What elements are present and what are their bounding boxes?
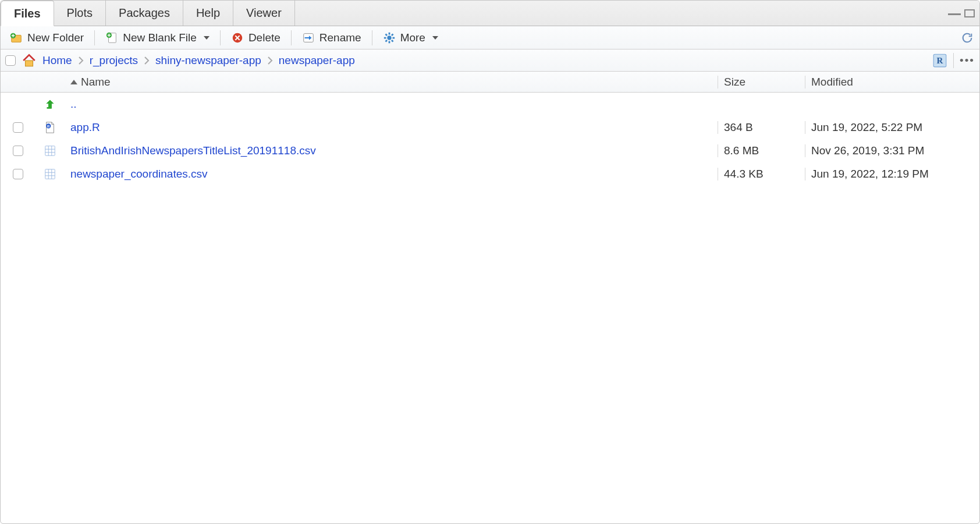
up-arrow-icon	[44, 98, 56, 111]
pane-window-controls	[948, 1, 979, 26]
new-folder-label: New Folder	[27, 31, 84, 44]
file-row: R app.R 364 B Jun 19, 2022, 5:22 PM	[1, 116, 979, 139]
file-list-header: Name Size Modified	[1, 72, 979, 93]
separator	[94, 30, 95, 45]
svg-point-6	[387, 36, 391, 40]
chevron-right-icon	[144, 56, 150, 65]
files-toolbar: New Folder New Blank File Delete	[1, 26, 979, 49]
crumb-r-projects[interactable]: r_projects	[90, 54, 138, 67]
chevron-down-icon	[204, 36, 210, 40]
row-checkbox[interactable]	[13, 146, 23, 156]
file-size: 44.3 KB	[718, 168, 805, 180]
column-size[interactable]: Size	[718, 76, 805, 88]
file-name[interactable]: newspaper_coordinates.csv	[70, 168, 208, 180]
refresh-icon	[961, 31, 974, 44]
r-project-icon[interactable]: R	[932, 53, 947, 68]
crumb-newspaper-app[interactable]: newspaper-app	[279, 54, 355, 67]
svg-text:R: R	[47, 125, 50, 128]
rename-label: Rename	[319, 31, 361, 44]
new-folder-button[interactable]: New Folder	[5, 30, 88, 45]
tab-files[interactable]: Files	[1, 1, 54, 26]
file-name[interactable]: BritishAndIrishNewspapersTitleList_20191…	[70, 144, 316, 157]
file-row: newspaper_coordinates.csv 44.3 KB Jun 19…	[1, 162, 979, 186]
delete-label: Delete	[248, 31, 280, 44]
refresh-button[interactable]	[960, 30, 975, 45]
crumb-shiny-newspaper-app[interactable]: shiny-newspaper-app	[155, 54, 261, 67]
rename-button[interactable]: Rename	[297, 30, 366, 45]
tab-plots[interactable]: Plots	[54, 1, 106, 26]
tab-bar: Files Plots Packages Help Viewer	[1, 1, 979, 26]
file-name[interactable]: app.R	[70, 121, 100, 134]
file-list: .. R app.R 364 B Jun 19, 2022, 5:22 PM	[1, 93, 979, 523]
separator	[372, 30, 372, 45]
file-modified: Nov 26, 2019, 3:31 PM	[805, 144, 979, 157]
delete-icon	[231, 31, 244, 44]
column-name[interactable]: Name	[65, 76, 718, 88]
more-button[interactable]: More	[378, 30, 443, 45]
overflow-menu-icon[interactable]: •••	[960, 54, 975, 67]
svg-text:R: R	[937, 55, 944, 65]
svg-rect-7	[26, 61, 33, 66]
svg-rect-13	[45, 169, 55, 179]
column-name-label: Name	[81, 76, 111, 88]
row-checkbox[interactable]	[13, 122, 23, 133]
sort-ascending-icon	[70, 80, 77, 84]
tab-packages[interactable]: Packages	[106, 1, 183, 26]
file-size: 364 B	[718, 121, 805, 134]
delete-button[interactable]: Delete	[226, 30, 285, 45]
row-checkbox[interactable]	[13, 169, 23, 179]
gear-icon	[383, 31, 396, 44]
chevron-right-icon	[267, 56, 273, 65]
new-folder-icon	[10, 31, 23, 44]
files-pane: Files Plots Packages Help Viewer New Fol…	[0, 0, 980, 524]
csv-file-icon	[44, 168, 56, 180]
chevron-right-icon	[78, 56, 84, 65]
new-blank-file-label: New Blank File	[123, 31, 197, 44]
rename-icon	[302, 31, 315, 44]
file-row: BritishAndIrishNewspapersTitleList_20191…	[1, 139, 979, 162]
svg-rect-12	[45, 146, 55, 156]
more-label: More	[400, 31, 425, 44]
home-icon[interactable]	[22, 53, 37, 68]
parent-dir-label[interactable]: ..	[70, 98, 77, 111]
r-file-icon: R	[44, 121, 56, 134]
breadcrumb: Home r_projects shiny-newspaper-app news…	[1, 49, 979, 72]
file-modified: Jun 19, 2022, 5:22 PM	[805, 121, 979, 134]
tab-viewer[interactable]: Viewer	[233, 1, 295, 26]
minimize-icon[interactable]	[948, 12, 961, 15]
column-modified[interactable]: Modified	[805, 76, 979, 88]
separator	[220, 30, 221, 45]
tab-help[interactable]: Help	[183, 1, 233, 26]
chevron-down-icon	[432, 36, 438, 40]
select-all-checkbox[interactable]	[5, 55, 16, 66]
separator	[291, 30, 292, 45]
file-size: 8.6 MB	[718, 144, 805, 157]
crumb-home[interactable]: Home	[42, 54, 72, 67]
csv-file-icon	[44, 144, 56, 157]
parent-dir-row[interactable]: ..	[1, 93, 979, 116]
column-modified-label: Modified	[811, 76, 853, 88]
new-file-icon	[105, 31, 118, 44]
column-size-label: Size	[724, 76, 745, 88]
maximize-icon[interactable]	[964, 9, 975, 17]
file-modified: Jun 19, 2022, 12:19 PM	[805, 168, 979, 180]
new-blank-file-button[interactable]: New Blank File	[101, 30, 214, 45]
